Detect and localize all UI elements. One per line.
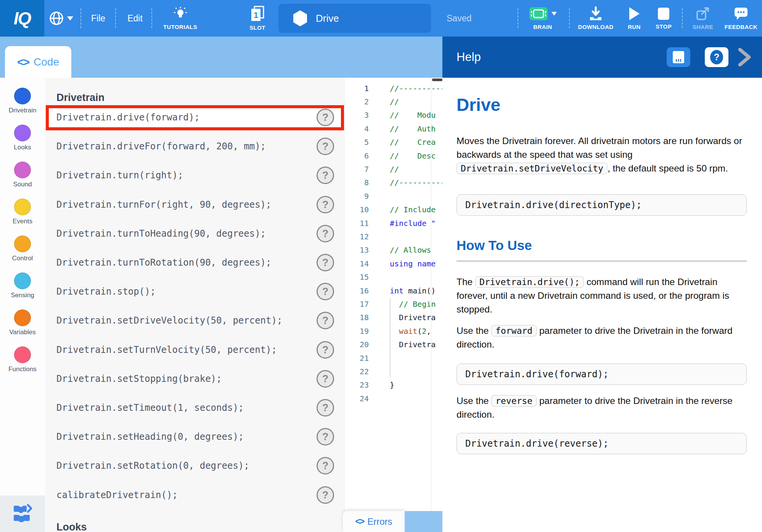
file-menu[interactable]: File [82,0,114,37]
brain-button[interactable]: BRAIN [522,0,564,37]
brain-help-button[interactable] [667,47,690,67]
sidebar-item-drivetrain[interactable]: Drivetrain [9,88,37,114]
help-run-paragraph: The Drivetrain.drive(); command will run… [457,275,747,316]
help-content: Drive Moves the Drivetrain forever. All … [442,78,762,454]
project-button[interactable]: Drive [278,4,431,33]
toolbar: IQ File Edit TUTORIALS 1 SLOT [0,0,762,37]
command-text: Drivetrain.setHeading(0, degrees); [56,431,244,442]
feedback-button[interactable]: FEEDBACK [722,0,760,37]
command-help-button[interactable]: ? [317,283,334,300]
code-line: // Desc [369,151,436,160]
tutorials-button[interactable]: TUTORIALS [154,0,206,37]
command-row-turn[interactable]: Drivetrain.turn(right); ? [45,162,345,188]
sidebar-item-functions[interactable]: Functions [8,346,37,373]
command-row-drivefor[interactable]: Drivetrain.driveFor(forward, 200, mm); ? [45,133,345,159]
toolbar-separator [518,8,518,28]
command-help-button[interactable]: ? [317,109,334,126]
sidebar-item-sensing[interactable]: Sensing [11,272,34,299]
command-help-button[interactable]: ? [317,225,334,242]
command-help-button[interactable]: ? [317,254,334,271]
line-number: 23 [345,380,369,389]
sidebar-item-sound[interactable]: Sound [13,162,32,188]
project-name: Drive [316,13,339,24]
line-number: 15 [345,272,369,282]
command-text: Drivetrain.setTurnVelocity(50, percent); [56,345,277,355]
share-button[interactable]: SHARE [686,0,720,37]
code-line: wait(2, [369,327,431,336]
command-help-button[interactable]: ? [317,138,334,155]
line-number: 1 [345,84,369,93]
code-line: } [369,380,394,389]
chevron-down-icon [551,12,557,16]
language-menu[interactable] [49,0,73,37]
inline-code-reverse: reverse [491,395,537,407]
code-line: using name [369,259,436,268]
code-line: // Auth [369,124,436,133]
command-help-button[interactable]: ? [317,167,334,184]
app-logo[interactable]: IQ [0,0,44,37]
how-to-use-heading: How To Use [457,238,747,253]
command-help-button[interactable]: ? [317,457,334,474]
code-editor[interactable]: 1//------------ 2// 3// Modu 4// Auth 5/… [345,78,442,511]
stop-button[interactable]: STOP [651,0,677,37]
help-toggle-button[interactable]: ? [705,47,728,67]
command-row-settimeout[interactable]: Drivetrain.setTimeout(1, seconds); ? [45,395,345,421]
command-row-setrotation[interactable]: Drivetrain.setRotation(0, degrees); ? [45,453,345,479]
line-number: 16 [345,286,369,295]
sensing-category-icon [14,272,31,289]
command-help-button[interactable]: ? [317,370,334,388]
command-help-button[interactable]: ? [317,486,334,504]
sidebar-item-control[interactable]: Control [12,236,33,262]
question-mark-icon: ? [710,50,723,64]
command-text: Drivetrain.setDriveVelocity(50, percent)… [56,315,282,326]
tab-errors[interactable]: <> Errors [343,511,405,532]
help-intro-paragraph: Moves the Drivetrain forever. All drivet… [457,134,747,175]
toggle-blocks-button[interactable] [0,495,45,532]
command-row-setheading[interactable]: Drivetrain.setHeading(0, degrees); ? [45,424,345,450]
blocks-toggle-icon [12,503,33,524]
command-row-turntoheading[interactable]: Drivetrain.turnToHeading(90, degrees); ? [45,221,345,247]
command-row-turnfor[interactable]: Drivetrain.turnFor(right, 90, degrees); … [45,192,345,218]
slot-icon: 1 [250,6,265,22]
line-number: 19 [345,327,369,336]
section-heading-looks: Looks [56,521,87,532]
editor-scrollbar-thumb[interactable] [432,79,442,81]
collapse-panel-button[interactable] [737,48,752,68]
command-row-setturnvelocity[interactable]: Drivetrain.setTurnVelocity(50, percent);… [45,337,345,363]
slot-button[interactable]: 1 SLOT [236,0,278,37]
errors-tab-label: Errors [367,516,392,527]
command-help-button[interactable]: ? [317,312,334,329]
command-help-button[interactable]: ? [317,428,334,445]
sidebar-item-looks[interactable]: Looks [14,125,31,151]
command-row-setdrivevelocity[interactable]: Drivetrain.setDriveVelocity(50, percent)… [45,308,345,333]
download-button[interactable]: DOWNLOAD [572,0,619,37]
events-category-icon [14,199,31,215]
command-help-button[interactable]: ? [317,341,334,359]
tab-code[interactable]: <> Code [5,46,71,78]
command-row-calibrate[interactable]: calibrateDrivetrain(); ? [45,482,345,508]
command-row-turntorotation[interactable]: Drivetrain.turnToRotation(90, degrees); … [45,250,345,276]
command-row-drive[interactable]: Drivetrain.drive(forward); ? [45,104,345,130]
command-row-setstopping[interactable]: Drivetrain.setStopping(brake); ? [45,366,345,392]
command-text: Drivetrain.setStopping(brake); [56,373,222,384]
code-block-signature: Drivetrain.drive(directionType); [457,194,747,216]
toolbar-separator [151,8,152,28]
feedback-icon [733,6,749,21]
command-help-button[interactable]: ? [317,399,334,417]
edit-menu[interactable]: Edit [118,0,152,37]
run-button[interactable]: RUN [622,0,646,37]
line-number: 6 [345,151,369,160]
help-panel-header: Help ? [442,37,762,78]
help-reverse-paragraph: Use the reverse parameter to drive the D… [457,394,747,421]
sidebar-item-events[interactable]: Events [13,199,32,225]
tutorials-label: TUTORIALS [163,24,197,30]
code-line: // Allows [369,245,431,255]
command-row-stop[interactable]: Drivetrain.stop(); ? [45,279,345,304]
save-status: Saved [447,0,471,37]
command-help-button[interactable]: ? [317,196,334,213]
drivetrain-category-icon [14,88,31,104]
sidebar-item-variables[interactable]: Variables [9,309,36,336]
code-line: int main() [369,286,436,295]
brain-label: BRAIN [533,24,552,30]
code-line: // Modu [369,111,436,120]
